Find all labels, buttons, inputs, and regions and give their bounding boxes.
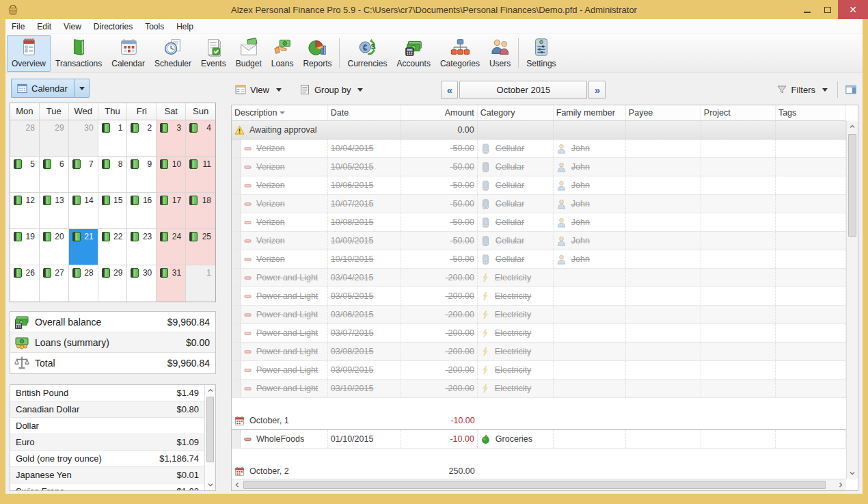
- calendar-day-16[interactable]: 16: [127, 193, 157, 229]
- scroll-up-icon[interactable]: [205, 385, 215, 396]
- view-button[interactable]: View: [231, 81, 286, 98]
- calendar-day-1-outside[interactable]: 1: [186, 265, 215, 302]
- transaction-row-power-and-light[interactable]: Power and Light03/06/2015-200.00Electric…: [232, 306, 846, 324]
- calendar-day-10[interactable]: 10: [157, 157, 186, 193]
- currency-row[interactable]: British Pound$1.49: [10, 385, 204, 401]
- table-vscroll-thumb[interactable]: [848, 134, 856, 237]
- calendar-day-6[interactable]: 6: [40, 157, 69, 193]
- group-by-button[interactable]: Group by: [295, 81, 367, 98]
- period-button[interactable]: October 2015: [459, 81, 587, 99]
- menu-item-file[interactable]: File: [5, 19, 31, 34]
- transaction-row-power-and-light[interactable]: Power and Light03/05/2015-200.00Electric…: [232, 287, 846, 306]
- transaction-row-verizon[interactable]: Verizon10/04/2015-50.00CellularJohn: [232, 140, 846, 158]
- calendar-day-26[interactable]: 26: [10, 265, 40, 302]
- maximize-button[interactable]: [817, 0, 838, 19]
- calendar-day-8[interactable]: 8: [98, 157, 128, 193]
- currency-row[interactable]: Japanese Yen$0.01: [10, 467, 204, 483]
- calendar-day-27[interactable]: 27: [40, 265, 69, 302]
- menu-item-view[interactable]: View: [57, 19, 87, 34]
- calendar-day-28[interactable]: 28: [69, 265, 98, 302]
- toolbar-button-transactions[interactable]: Transactions: [51, 35, 107, 72]
- menu-item-edit[interactable]: Edit: [31, 19, 57, 34]
- next-period-button[interactable]: »: [588, 81, 606, 99]
- table-hscroll-thumb[interactable]: [243, 481, 826, 489]
- column-header-tags[interactable]: Tags: [776, 105, 846, 120]
- calendar-day-28-outside[interactable]: 28: [10, 120, 40, 157]
- transaction-row-power-and-light[interactable]: Power and Light03/08/2015-200.00Electric…: [232, 343, 846, 361]
- calendar-day-14[interactable]: 14: [69, 193, 98, 229]
- calendar-day-2[interactable]: 2: [127, 120, 157, 157]
- scroll-down-icon[interactable]: [205, 479, 215, 490]
- previous-period-button[interactable]: «: [441, 81, 458, 99]
- calendar-day-11[interactable]: 11: [186, 157, 215, 193]
- calendar-day-24[interactable]: 24: [157, 229, 186, 265]
- currency-row[interactable]: Swiss Franc$1.03: [10, 483, 204, 491]
- calendar-view-button[interactable]: Calendar: [11, 79, 74, 98]
- filters-button[interactable]: Filters: [772, 81, 832, 98]
- currency-row[interactable]: Dollar: [10, 418, 204, 434]
- toolbar-button-budget[interactable]: Budget: [231, 35, 267, 72]
- transaction-row-power-and-light[interactable]: Power and Light03/09/2015-200.00Electric…: [232, 361, 846, 380]
- transaction-row-wholefoods[interactable]: WholeFoods01/10/2015-10.00Groceries: [232, 430, 846, 449]
- column-header-payee[interactable]: Payee: [626, 105, 701, 120]
- transaction-row-verizon[interactable]: Verizon10/07/2015-50.00CellularJohn: [232, 195, 846, 213]
- menu-item-tools[interactable]: Tools: [139, 19, 170, 34]
- column-header-date[interactable]: Date: [328, 105, 401, 120]
- calendar-day-31[interactable]: 31: [157, 265, 186, 302]
- group-row-awaiting-approval[interactable]: Awaiting approval0.00: [232, 121, 846, 140]
- currency-row[interactable]: Euro$1.09: [10, 434, 204, 451]
- group-row-october-1[interactable]: October, 1-10.00: [232, 412, 846, 430]
- column-header-desc[interactable]: Description: [232, 105, 328, 120]
- toolbar-button-calendar[interactable]: Calendar: [107, 35, 150, 72]
- scroll-right-icon[interactable]: [835, 479, 846, 490]
- calendar-day-12[interactable]: 12: [10, 193, 40, 229]
- column-header-cat[interactable]: Category: [478, 105, 554, 120]
- transaction-row-power-and-light[interactable]: Power and Light03/07/2015-200.00Electric…: [232, 324, 846, 343]
- calendar-day-21[interactable]: 21: [69, 229, 98, 265]
- calendar-day-25[interactable]: 25: [186, 229, 215, 265]
- toolbar-button-categories[interactable]: Categories: [435, 35, 485, 72]
- calendar-day-5[interactable]: 5: [10, 157, 40, 193]
- toolbar-button-scheduler[interactable]: Scheduler: [150, 35, 196, 72]
- toolbar-button-reports[interactable]: Reports: [298, 35, 336, 72]
- calendar-day-30-outside[interactable]: 30: [69, 120, 98, 157]
- calendar-day-4[interactable]: 4: [186, 120, 215, 157]
- column-header-amount[interactable]: Amount: [401, 105, 478, 120]
- toolbar-button-loans[interactable]: Loans: [267, 35, 299, 72]
- currency-row[interactable]: Canadian Dollar$0.80: [10, 401, 204, 418]
- calendar-day-1[interactable]: 1: [98, 120, 128, 157]
- calendar-day-22[interactable]: 22: [98, 229, 128, 265]
- column-header-project[interactable]: Project: [701, 105, 776, 120]
- calendar-day-15[interactable]: 15: [98, 193, 128, 229]
- minimize-button[interactable]: [797, 0, 817, 19]
- calendar-day-30[interactable]: 30: [127, 265, 157, 302]
- scroll-down-icon[interactable]: [847, 468, 858, 479]
- currency-row[interactable]: Gold (one troy ounce)$1,186.74: [10, 451, 204, 467]
- toolbar-button-accounts[interactable]: Accounts: [392, 35, 435, 72]
- calendar-day-3[interactable]: 3: [157, 120, 186, 157]
- menu-item-directories[interactable]: Directories: [87, 19, 139, 34]
- transaction-row-verizon[interactable]: Verizon10/06/2015-50.00CellularJohn: [232, 176, 846, 195]
- toolbar-button-users[interactable]: Users: [485, 35, 515, 72]
- transaction-row-verizon[interactable]: Verizon10/05/2015-50.00CellularJohn: [232, 158, 846, 176]
- currency-scroll-thumb[interactable]: [206, 397, 214, 462]
- currency-scrollbar[interactable]: [204, 385, 215, 490]
- calendar-view-dropdown-arrow[interactable]: [74, 79, 90, 98]
- menu-item-help[interactable]: Help: [170, 19, 200, 34]
- table-vertical-scrollbar[interactable]: [846, 121, 858, 479]
- transaction-row-power-and-light[interactable]: Power and Light03/10/2015-200.00Electric…: [232, 380, 846, 398]
- scroll-up-icon[interactable]: [847, 121, 858, 132]
- toggle-panel-button[interactable]: [843, 82, 858, 97]
- calendar-day-19[interactable]: 19: [10, 229, 40, 265]
- calendar-day-20[interactable]: 20: [40, 229, 69, 265]
- scroll-left-icon[interactable]: [232, 479, 243, 490]
- group-row-october-2[interactable]: October, 2250.00: [232, 462, 846, 479]
- calendar-day-17[interactable]: 17: [157, 193, 186, 229]
- transaction-row-verizon[interactable]: Verizon10/08/2015-50.00CellularJohn: [232, 213, 846, 232]
- calendar-day-7[interactable]: 7: [69, 157, 98, 193]
- toolbar-button-events[interactable]: Events: [196, 35, 231, 72]
- calendar-day-29-outside[interactable]: 29: [40, 120, 69, 157]
- transaction-row-verizon[interactable]: Verizon10/09/2015-50.00CellularJohn: [232, 232, 846, 250]
- transaction-row-verizon[interactable]: Verizon10/10/2015-50.00CellularJohn: [232, 250, 846, 269]
- calendar-day-23[interactable]: 23: [127, 229, 157, 265]
